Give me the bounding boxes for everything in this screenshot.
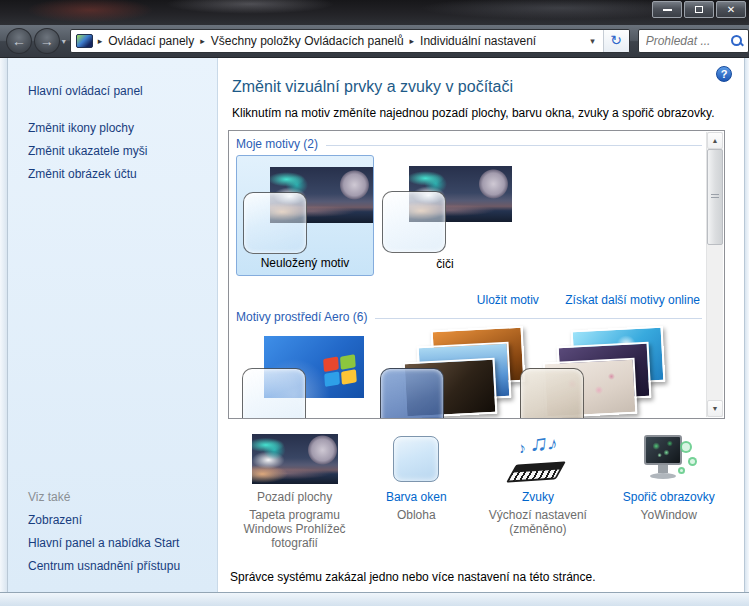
main-content: ? Změnit vizuální prvky a zvuky v počíta… — [218, 58, 744, 592]
help-button[interactable]: ? — [716, 66, 732, 82]
window-body: Hlavní ovládací panel Změnit ikony ploch… — [8, 58, 744, 592]
window-controls: ✕ — [652, 1, 746, 18]
bubble-icon — [688, 457, 697, 466]
forward-button[interactable]: → — [34, 28, 60, 54]
scroll-up-button[interactable]: ▲ — [707, 132, 723, 149]
title-bar[interactable]: ✕ — [0, 0, 749, 25]
theme-tile-unsaved[interactable]: Neuložený motiv — [236, 155, 374, 276]
window-color-link[interactable]: Barva oken — [386, 490, 447, 504]
personalization-icon — [76, 34, 93, 48]
keyboard-icon — [506, 461, 566, 482]
address-bar[interactable]: ▸ Ovládací panely ▸ Všechny položky Ovlá… — [70, 29, 630, 53]
minimize-button[interactable] — [652, 1, 682, 18]
desktop-background-value: Tapeta programu Windows Prohlížeč fotogr… — [235, 508, 355, 550]
window-color-glass-thumbnail — [382, 191, 446, 253]
window-color-glass-thumbnail — [242, 368, 306, 419]
aero-themes-group: Motivy prostředí Aero (6) — [236, 310, 706, 324]
close-button[interactable]: ✕ — [716, 1, 746, 18]
screensaver-value: YoWindow — [641, 508, 697, 522]
breadcrumb-all-items[interactable]: Všechny položky Ovládacích panelů — [206, 34, 409, 48]
window-border-right — [744, 58, 749, 592]
quick-settings-row: Pozadí plochy Tapeta programu Windows Pr… — [228, 430, 733, 550]
aero-theme-windows7[interactable] — [236, 328, 374, 419]
sidebar-item-taskbar-start-menu[interactable]: Hlavní panel a nabídka Start — [28, 532, 217, 555]
quick-screensaver: Spořič obrazovky YoWindow — [604, 430, 733, 550]
quick-window-color: Barva oken Obloha — [361, 430, 471, 550]
group-rule — [326, 145, 702, 146]
bubble-icon — [678, 467, 685, 474]
window-color-glass-thumbnail — [380, 368, 444, 419]
sidebar: Hlavní ovládací panel Změnit ikony ploch… — [8, 58, 218, 592]
window-color-icon[interactable] — [393, 436, 439, 482]
aero-theme-architecture[interactable] — [374, 328, 512, 419]
recent-pages-dropdown[interactable]: ▾ — [62, 37, 66, 46]
sidebar-item-change-desktop-icons[interactable]: Změnit ikony plochy — [28, 117, 217, 140]
refresh-button[interactable]: ↻ — [603, 29, 629, 53]
address-dropdown-button[interactable]: ▾ — [582, 36, 603, 46]
sidebar-item-control-panel-home[interactable]: Hlavní ovládací panel — [28, 80, 217, 103]
themes-list-inner: Moje motivy (2) Neuložený motiv čiči — [229, 131, 706, 418]
wallpaper-preview — [252, 434, 338, 484]
sidebar-item-ease-of-access[interactable]: Centrum usnadnění přístupu — [28, 555, 217, 578]
screensaver-link[interactable]: Spořič obrazovky — [623, 490, 715, 504]
window-color-value: Obloha — [397, 508, 436, 522]
sidebar-item-change-mouse-pointers[interactable]: Změnit ukazatele myši — [28, 140, 217, 163]
maximize-button[interactable] — [684, 1, 714, 18]
help-icon: ? — [721, 68, 728, 80]
my-themes-group: Moje motivy (2) — [236, 137, 706, 151]
search-box[interactable] — [638, 29, 749, 53]
see-also-header: Viz také — [28, 486, 217, 509]
scroll-up-icon: ▲ — [712, 137, 719, 144]
search-icon[interactable] — [730, 34, 744, 48]
scroll-down-icon: ▼ — [712, 405, 719, 412]
maximize-icon — [695, 6, 703, 13]
theme-name: čiči — [376, 257, 514, 271]
sidebar-gap — [28, 103, 217, 117]
desktop-background-label: Pozadí plochy — [257, 490, 332, 504]
save-theme-link[interactable]: Uložit motiv — [477, 293, 539, 307]
scroll-down-button[interactable]: ▼ — [707, 400, 723, 417]
aero-themes-header: Motivy prostředí Aero (6) — [236, 310, 367, 324]
sounds-value: Výchozí nastavení (změněno) — [478, 508, 598, 536]
themes-scrollbar[interactable]: ▲ ▼ — [706, 132, 723, 417]
chevron-down-icon: ▾ — [62, 37, 66, 46]
breadcrumb-personalization[interactable]: Individuální nastavení — [415, 34, 541, 48]
back-icon: ← — [12, 33, 26, 49]
aero-theme-nature[interactable] — [514, 328, 652, 419]
refresh-icon: ↻ — [610, 32, 622, 48]
screensaver-icon[interactable] — [638, 433, 700, 485]
quick-sounds: ♪ ♫ ♪ Zvuky Výchozí nastavení (změněno) — [471, 430, 604, 550]
sidebar-item-change-account-picture[interactable]: Změnit obrázek účtu — [28, 163, 217, 186]
scrollbar-thumb[interactable] — [707, 149, 723, 245]
sidebar-item-display[interactable]: Zobrazení — [28, 509, 217, 532]
window-color-glass-thumbnail — [520, 368, 584, 419]
monitor-stand — [658, 465, 668, 473]
my-themes-header: Moje motivy (2) — [236, 137, 318, 151]
chevron-down-icon: ▾ — [590, 36, 595, 46]
group-rule — [375, 318, 702, 319]
navigation-bar: ← → ▾ ▸ Ovládací panely ▸ Všechny položk… — [0, 25, 749, 58]
theme-name: Neuložený motiv — [237, 256, 373, 270]
window-border-bottom — [0, 592, 749, 606]
aero-themes-row — [236, 328, 706, 419]
get-more-themes-link[interactable]: Získat další motivy online — [565, 293, 700, 307]
sidebar-spacer — [28, 186, 217, 486]
music-note-icon: ♪ — [516, 438, 527, 456]
personalization-window: ✕ ← → ▾ ▸ Ovládací panely ▸ Všechny polo… — [0, 0, 749, 606]
sounds-icon[interactable]: ♪ ♫ ♪ — [510, 433, 566, 485]
theme-tile-cici[interactable]: čiči — [376, 155, 514, 276]
page-subtitle: Kliknutím na motiv změníte najednou poza… — [232, 106, 744, 120]
breadcrumb-control-panel[interactable]: Ovládací panely — [103, 34, 199, 48]
sounds-link[interactable]: Zvuky — [522, 490, 554, 504]
minimize-icon — [663, 9, 672, 11]
monitor-base — [650, 473, 676, 479]
search-input[interactable] — [646, 34, 730, 48]
quick-desktop-background: Pozadí plochy Tapeta programu Windows Pr… — [228, 430, 361, 550]
page-title: Změnit vizuální prvky a zvuky v počítači — [232, 78, 744, 96]
back-button[interactable]: ← — [6, 28, 32, 54]
theme-links-row: Uložit motiv Získat další motivy online — [236, 290, 706, 308]
windows-logo-icon — [323, 355, 359, 387]
scrollbar-grip-icon — [711, 194, 719, 200]
desktop-background-thumbnail[interactable] — [252, 434, 338, 484]
bubble-icon — [680, 441, 692, 453]
